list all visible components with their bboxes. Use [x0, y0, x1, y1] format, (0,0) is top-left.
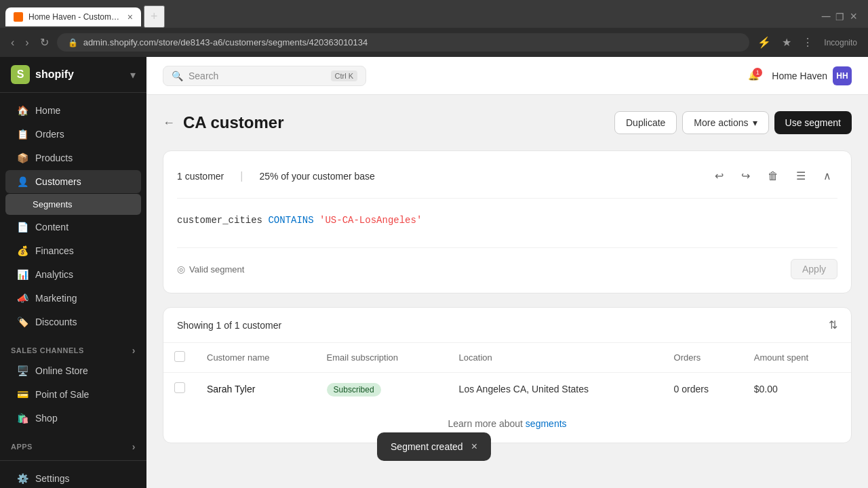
online-store-icon: 🖥️ [16, 365, 28, 377]
select-all-checkbox[interactable] [174, 351, 185, 362]
sidebar-item-online-store[interactable]: 🖥️ Online Store [5, 359, 141, 382]
sidebar-item-label: Point of Sale [35, 389, 89, 400]
page-actions: Duplicate More actions ▾ Use segment [614, 111, 852, 134]
undo-button[interactable]: ↩ [709, 165, 730, 187]
chevron-down-icon: ▾ [753, 117, 757, 128]
filter-button[interactable]: ☰ [790, 165, 812, 187]
segments-link[interactable]: segments [526, 418, 567, 429]
code-operator: CONTAINS [268, 215, 313, 226]
minimize-icon[interactable]: ─ [822, 9, 831, 24]
col-header-name: Customer name [196, 343, 316, 373]
search-shortcut: Ctrl K [331, 70, 358, 81]
sidebar-item-segments[interactable]: Segments [5, 194, 141, 215]
valid-label: Valid segment [189, 264, 244, 274]
row-checkbox[interactable] [174, 382, 185, 393]
reload-button[interactable]: ↻ [37, 33, 52, 52]
search-icon: 🔍 [172, 70, 183, 81]
apps-expand-icon[interactable]: › [132, 441, 136, 452]
sidebar-collapse-icon[interactable]: ▾ [130, 68, 136, 81]
sidebar-item-label: Discounts [35, 317, 77, 327]
apps-section: Apps › [0, 430, 146, 455]
sort-icon[interactable]: ⇅ [829, 319, 837, 331]
sidebar-item-orders[interactable]: 📋 Orders [5, 123, 141, 146]
sidebar-item-label: Segments [33, 199, 73, 209]
sidebar-item-marketing[interactable]: 📣 Marketing [5, 287, 141, 310]
subscribed-badge: Subscribed [327, 383, 381, 396]
duplicate-button[interactable]: Duplicate [614, 111, 677, 134]
notifications-button[interactable]: 🔔 1 [744, 66, 764, 85]
menu-button[interactable]: ⋮ [800, 33, 816, 52]
table-row: Sarah Tyler Subscribed Los Angeles CA, U… [163, 373, 851, 405]
table-header: Customer name Email subscription Locatio… [163, 343, 851, 373]
tab-close-icon[interactable]: × [127, 12, 133, 22]
sales-channels-section: Sales channels › [0, 334, 146, 359]
search-bar[interactable]: 🔍 Search Ctrl K [163, 66, 366, 86]
sidebar-item-label: Settings [35, 473, 70, 484]
sidebar-item-analytics[interactable]: 📊 Analytics [5, 263, 141, 286]
sidebar: S shopify ▾ 🏠 Home 📋 Orders 📦 Products 👤… [0, 57, 146, 488]
sidebar-item-home[interactable]: 🏠 Home [5, 99, 141, 122]
back-button[interactable]: ← [163, 116, 175, 130]
code-keyword: customer_cities [177, 215, 262, 226]
incognito-button[interactable]: Incognito [821, 35, 860, 50]
redo-button[interactable]: ↪ [735, 165, 756, 187]
sidebar-item-point-of-sale[interactable]: 💳 Point of Sale [5, 383, 141, 406]
sidebar-item-finances[interactable]: 💰 Finances [5, 239, 141, 262]
discounts-icon: 🏷️ [16, 316, 28, 328]
sidebar-item-products[interactable]: 📦 Products [5, 146, 141, 169]
page-title-area: ← CA customer [163, 113, 283, 132]
new-tab-button[interactable]: + [144, 5, 165, 28]
search-placeholder: Search [189, 70, 218, 81]
customer-name-cell: Sarah Tyler [196, 373, 316, 405]
store-info[interactable]: Home Haven HH [772, 66, 852, 85]
sidebar-item-settings[interactable]: ⚙️ Settings [5, 467, 141, 488]
delete-segment-button[interactable]: 🗑 [762, 165, 785, 187]
col-header-location: Location [448, 343, 663, 373]
valid-indicator: ◎ Valid segment [177, 264, 244, 274]
sidebar-item-label: Analytics [35, 269, 73, 280]
sidebar-item-content[interactable]: 📄 Content [5, 216, 141, 239]
apply-button[interactable]: Apply [791, 259, 837, 279]
store-avatar: HH [833, 66, 852, 85]
sidebar-item-label: Content [35, 222, 68, 232]
sidebar-item-shop[interactable]: 🛍️ Shop [5, 407, 141, 430]
analytics-icon: 📊 [16, 268, 28, 281]
toast-close-button[interactable]: × [471, 441, 477, 453]
sidebar-item-customers[interactable]: 👤 Customers [5, 170, 141, 193]
learn-more: Learn more about segments [163, 405, 851, 443]
extensions-button[interactable]: ⚡ [755, 33, 774, 52]
browser-tab[interactable]: Home Haven - Customers - Sho × [5, 7, 141, 26]
sidebar-item-discounts[interactable]: 🏷️ Discounts [5, 310, 141, 333]
pos-icon: 💳 [16, 388, 28, 401]
settings-icon: ⚙️ [16, 472, 28, 485]
store-name: Home Haven [772, 70, 827, 81]
toast-container: Segment created × [377, 432, 491, 461]
customer-name-link[interactable]: Sarah Tyler [207, 384, 255, 394]
main-content: 🔍 Search Ctrl K 🔔 1 Home Haven HH [146, 57, 868, 488]
page: ← CA customer Duplicate More actions ▾ U… [146, 95, 868, 460]
sidebar-item-label: Orders [35, 129, 64, 140]
use-segment-button[interactable]: Use segment [774, 111, 852, 134]
learn-more-text: Learn more about [448, 418, 523, 429]
customer-base-percent: 25% of your customer base [259, 171, 374, 182]
notification-badge: 1 [753, 68, 762, 77]
collapse-button[interactable]: ∧ [817, 165, 837, 187]
code-editor[interactable]: customer_cities CONTAINS 'US-CA-LosAngel… [177, 209, 837, 237]
col-header-amount: Amount spent [743, 343, 851, 373]
back-nav-button[interactable]: ‹ [8, 34, 17, 52]
forward-nav-button[interactable]: › [22, 34, 31, 52]
bookmark-button[interactable]: ★ [779, 33, 794, 52]
maximize-icon[interactable]: ❐ [835, 12, 844, 22]
topbar: 🔍 Search Ctrl K 🔔 1 Home Haven HH [146, 57, 868, 95]
url-text: admin.shopify.com/store/de8143-a6/custom… [83, 37, 368, 47]
sales-channels-expand-icon[interactable]: › [132, 345, 136, 356]
address-bar[interactable]: 🔒 admin.shopify.com/store/de8143-a6/cust… [57, 33, 750, 52]
shopify-logo: S shopify [11, 65, 74, 84]
more-actions-button[interactable]: More actions ▾ [682, 111, 768, 134]
home-icon: 🏠 [16, 104, 28, 117]
marketing-icon: 📣 [16, 292, 28, 304]
amount-cell: $0.00 [743, 373, 851, 405]
close-window-icon[interactable]: × [850, 9, 857, 24]
page-title: CA customer [183, 113, 283, 132]
finances-icon: 💰 [16, 245, 28, 257]
